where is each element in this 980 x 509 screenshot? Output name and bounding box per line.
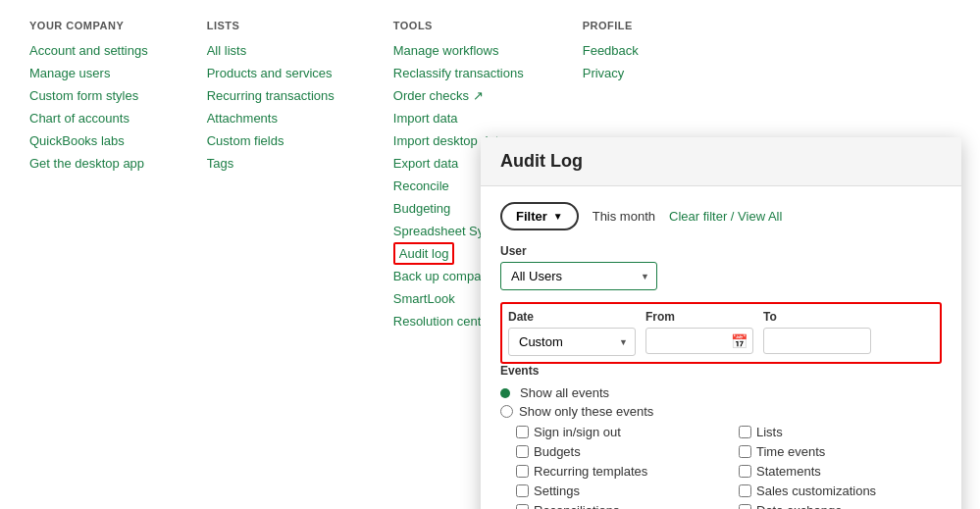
time-events-checkbox[interactable] [739,445,751,458]
lists-label: Lists [756,425,783,439]
checkbox-time-events: Time events [739,444,942,459]
nav-column-lists: LISTS All lists Products and services Re… [207,20,335,489]
checkbox-lists: Lists [739,425,942,439]
checkbox-sales-customizations: Sales customizations [739,484,942,498]
audit-log-panel: Audit Log Filter ▼ This month Clear filt… [481,137,961,509]
from-label: From [645,310,753,324]
filter-bar: Filter ▼ This month Clear filter / View … [500,202,942,230]
nav-item-products-services[interactable]: Products and services [207,66,335,80]
nav-column-your-company: YOUR COMPANY Account and settings Manage… [29,20,148,489]
to-date-input[interactable] [763,328,871,354]
nav-item-chart-of-accounts[interactable]: Chart of accounts [29,111,148,126]
audit-panel-title: Audit Log [500,151,942,172]
filter-button[interactable]: Filter ▼ [500,202,579,230]
nav-item-all-lists[interactable]: All lists [207,43,335,58]
sign-in-out-checkbox[interactable] [516,426,529,438]
sign-in-out-label: Sign in/sign out [534,425,621,439]
reconciliations-label: Reconciliations [534,503,619,509]
show-only-these-row: Show only these events [500,404,942,419]
nav-item-feedback[interactable]: Feedback [583,43,639,58]
date-field: Date Custom [508,310,636,356]
nav-item-recurring-transactions[interactable]: Recurring transactions [207,88,335,103]
clear-filter-link[interactable]: Clear filter / View All [669,209,782,224]
nav-item-custom-form-styles[interactable]: Custom form styles [29,88,148,103]
nav-heading-profile: PROFILE [583,20,639,31]
checkbox-data-exchange: Data exchange [739,503,942,509]
nav-item-quickbooks-labs[interactable]: QuickBooks labs [29,133,148,148]
user-select[interactable]: All Users [500,262,657,290]
checkbox-settings: Settings [516,484,719,498]
show-only-these-label: Show only these events [519,404,653,419]
statements-label: Statements [756,464,821,479]
nav-heading-lists: LISTS [207,20,335,31]
budgets-checkbox[interactable] [516,445,529,458]
data-exchange-checkbox[interactable] [739,504,751,509]
checkbox-budgets: Budgets [516,444,719,459]
date-row: Date Custom From 📅 To [500,302,942,364]
data-exchange-label: Data exchange [756,503,842,509]
to-label: To [763,310,871,324]
statements-checkbox[interactable] [739,465,751,478]
nav-item-account-settings[interactable]: Account and settings [29,43,148,58]
nav-item-tags[interactable]: Tags [207,156,335,171]
nav-item-order-checks[interactable]: Order checks ↗ [393,88,524,103]
show-all-events-row: Show all events [500,385,942,400]
settings-checkbox[interactable] [516,484,529,497]
nav-item-manage-workflows[interactable]: Manage workflows [393,43,524,58]
events-title: Events [500,364,942,378]
checkbox-recurring-templates: Recurring templates [516,464,719,479]
filter-button-label: Filter [516,209,547,224]
nav-item-manage-users[interactable]: Manage users [29,66,148,80]
audit-panel-header: Audit Log [481,137,961,186]
user-select-wrapper: All Users [500,262,657,290]
show-all-events-label: Show all events [520,385,609,400]
user-label: User [500,244,942,258]
to-field: To [763,310,871,354]
date-label: Date [508,310,636,324]
events-section: Events Show all events Show only these e… [500,364,942,509]
date-select-wrapper: Custom [508,328,636,356]
recurring-templates-checkbox[interactable] [516,465,529,478]
checkboxes-grid: Sign in/sign out Lists Budgets Time even… [516,425,942,509]
nav-item-desktop-app[interactable]: Get the desktop app [29,156,148,171]
from-field: From 📅 [645,310,753,354]
nav-item-attachments[interactable]: Attachments [207,111,335,126]
to-input-wrapper [763,328,871,354]
lists-checkbox[interactable] [739,426,751,438]
checkbox-reconciliations: Reconciliations [516,503,719,509]
nav-heading-tools: TOOLS [393,20,524,31]
budgets-label: Budgets [534,444,581,459]
audit-panel-body: Filter ▼ This month Clear filter / View … [481,186,961,509]
time-events-label: Time events [756,444,825,459]
from-date-input[interactable] [645,328,753,354]
green-dot-icon [500,388,510,398]
this-month-label: This month [593,209,655,224]
settings-label: Settings [534,484,580,498]
from-input-wrapper: 📅 [645,328,753,354]
checkbox-statements: Statements [739,464,942,479]
nav-item-import-data[interactable]: Import data [393,111,524,126]
sales-customizations-label: Sales customizations [756,484,876,498]
nav-item-custom-fields[interactable]: Custom fields [207,133,335,148]
sales-customizations-checkbox[interactable] [739,484,751,497]
checkbox-sign-in-out: Sign in/sign out [516,425,719,439]
show-only-these-radio[interactable] [500,405,513,418]
nav-item-reclassify[interactable]: Reclassify transactions [393,66,524,80]
recurring-templates-label: Recurring templates [534,464,647,479]
nav-item-privacy[interactable]: Privacy [583,66,639,80]
date-select[interactable]: Custom [508,328,636,356]
reconciliations-checkbox[interactable] [516,504,529,509]
user-section: User All Users [500,244,942,290]
filter-chevron-down-icon: ▼ [553,211,563,222]
nav-heading-your-company: YOUR COMPANY [29,20,148,31]
